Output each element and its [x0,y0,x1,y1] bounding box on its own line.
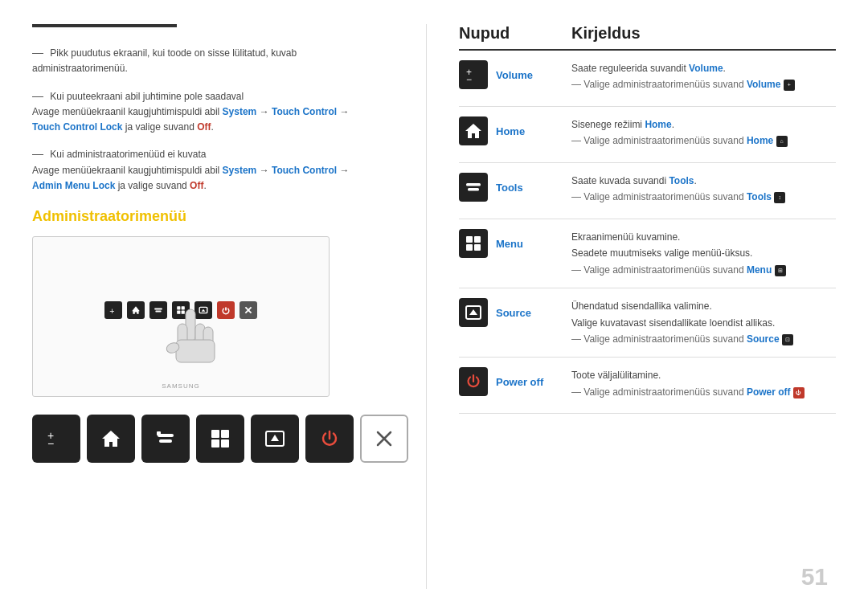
svg-rect-40 [474,244,481,251]
table-row-menu: Menu Ekraanimenüü kuvamine. Seadete muut… [459,219,836,288]
svg-marker-29 [271,435,279,441]
menu-label: Menu [496,238,523,250]
bottom-home-button[interactable] [87,415,135,463]
svg-rect-23 [157,431,161,435]
source-label: Source [496,307,531,319]
samsung-label: SAMSUNG [162,382,199,390]
table-row-power: Power off Toote väljalülitamine. — Valig… [459,358,836,414]
svg-rect-36 [468,188,479,191]
bottom-close-button[interactable] [360,415,408,463]
svg-rect-39 [466,244,473,251]
right-column: Nupud Kirjeldus + − Volume Saate regulee… [451,24,836,589]
table-row-volume: + − Volume Saate reguleerida suvandit Vo… [459,51,836,107]
table-row-source: Source Ühendatud sisendallika valimine. … [459,288,836,358]
dash-1: — [32,43,43,61]
svg-rect-22 [159,439,172,443]
menu-icon [459,229,488,258]
left-column: — Pikk puudutus ekraanil, kui toode on s… [32,24,402,589]
text-3-content: Kui administraatorimenüüd ei kuvata Avag… [32,149,349,191]
mini-close-icon [240,301,257,319]
page-number: 51 [801,563,828,591]
kirjeldus-cell-menu: Ekraanimenüü kuvamine. Seadete muutmisek… [571,229,836,278]
power-icon [459,367,488,396]
source-icon [459,298,488,327]
tools-label: Tools [496,182,523,194]
kirjeldus-cell-home: Sisenege režiimi Home. — Valige administ… [571,116,836,149]
section-title: Administraatorimenüü [32,208,378,225]
svg-rect-37 [466,236,473,243]
svg-marker-1 [132,306,140,314]
bottom-source-button[interactable] [251,415,299,463]
volume-icon: + − [459,60,488,89]
svg-marker-42 [469,309,477,315]
svg-marker-34 [465,124,481,138]
tools-icon [459,173,488,202]
svg-rect-3 [155,311,161,313]
nupud-cell-tools: Tools [459,173,571,202]
nupud-cell-source: Source [459,298,571,327]
text-block-2: — Kui puuteekraani abil juhtimine pole s… [32,87,378,136]
text-block-3: — Kui administraatorimenüüd ei kuvata Av… [32,145,378,194]
mini-home-icon [127,301,145,319]
bottom-menu-button[interactable] [196,415,244,463]
bottom-buttons-row: + − [32,415,378,463]
text-2-content: Kui puuteekraani abil juhtimine pole saa… [32,91,349,133]
page-container: — Pikk puudutus ekraanil, kui toode on s… [0,0,868,613]
svg-text:+: + [109,306,114,315]
power-label: Power off [496,376,543,388]
svg-rect-38 [474,236,481,243]
column-divider [426,24,427,589]
svg-marker-20 [102,431,120,447]
bottom-power-button[interactable] [305,415,354,463]
bottom-tools-button[interactable] [141,415,190,463]
header-nupud: Nupud [459,24,571,43]
kirjeldus-cell-source: Ühendatud sisendallika valimine. Valige … [571,298,836,347]
nupud-cell-menu: Menu [459,229,571,258]
table-row-home: Home Sisenege režiimi Home. — Valige adm… [459,107,836,163]
hand-gesture-illustration [162,293,226,380]
kirjeldus-cell-tools: Saate kuvada suvandi Tools. — Valige adm… [571,173,836,206]
svg-rect-24 [211,430,219,438]
admin-menu-illustration: + [32,236,330,397]
kirjeldus-cell-volume: Saate reguleerida suvandit Volume. — Val… [571,60,836,93]
svg-rect-27 [221,439,229,447]
nupud-cell-home: Home [459,116,571,145]
text-block-1: — Pikk puudutus ekraanil, kui toode on s… [32,43,378,77]
nupud-cell-power: Power off [459,367,571,396]
home-icon [459,116,488,145]
mini-volume-icon: + [104,301,122,319]
svg-rect-16 [176,340,215,362]
svg-rect-26 [211,439,219,447]
volume-label: Volume [496,69,533,81]
dash-3: — [32,145,43,162]
bottom-volume-button[interactable]: + − [32,415,80,463]
top-bar-decoration [32,24,177,27]
svg-text:−: − [466,74,472,84]
home-label: Home [496,125,525,137]
dash-2: — [32,87,43,104]
kirjeldus-cell-power: Toote väljalülitamine. — Valige administ… [571,367,836,400]
header-kirjeldus: Kirjeldus [571,24,836,43]
svg-text:−: − [47,437,54,449]
text-1-content: Pikk puudutus ekraanil, kui toode on sis… [32,47,297,74]
table-header: Nupud Kirjeldus [459,24,836,51]
table-row-tools: Tools Saate kuvada suvandi Tools. — Vali… [459,163,836,219]
svg-rect-35 [466,183,481,186]
nupud-cell-volume: + − Volume [459,60,571,89]
svg-rect-25 [221,430,229,438]
